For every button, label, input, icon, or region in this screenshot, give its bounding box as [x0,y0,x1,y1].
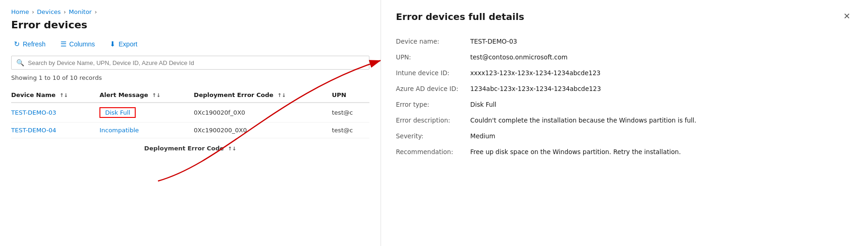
search-icon: 🔍 [16,59,24,66]
table-row: TEST-DEMO-03 Disk Full 0Xc190020f_0X0 te… [11,103,369,123]
breadcrumb-sep-3: › [94,8,97,15]
cell-error-code-2: 0Xc1900200_0X0 [194,123,332,138]
col-deployment-error-code[interactable]: Deployment Error Code ↑↓ [194,88,332,103]
refresh-icon: ↻ [14,40,20,48]
detail-label-upn: UPN: [396,49,470,65]
export-label: Export [118,40,137,48]
close-button[interactable]: ✕ [841,11,853,21]
detail-label-error-type: Error type: [396,97,470,112]
detail-label-intune-id: Intune device ID: [396,65,470,81]
detail-value-azure-id: 1234abc-123x-123x-1234-1234abcde123 [470,81,853,97]
cell-device-name-2: TEST-DEMO-04 [11,123,99,138]
columns-label: Columns [69,40,95,48]
cell-alert-1: Disk Full [99,103,194,123]
table-row: TEST-DEMO-04 Incompatible 0Xc1900200_0X0… [11,123,369,138]
data-table: Device Name ↑↓ Alert Message ↑↓ Deployme… [11,88,369,138]
alert-disk-full[interactable]: Disk Full [99,107,136,118]
page-title: Error devices [11,19,369,31]
breadcrumb-sep-1: › [32,8,34,15]
refresh-button[interactable]: ↻ Refresh [11,38,48,50]
columns-button[interactable]: ☰ Columns [58,38,98,50]
sort-icon-deployment-error-code: ↑↓ [277,92,286,98]
detail-grid: Device name: TEST-DEMO-03 UPN: test@cont… [396,33,853,160]
search-bar: 🔍 [11,56,369,70]
breadcrumb-monitor[interactable]: Monitor [69,8,92,15]
breadcrumb-home[interactable]: Home [11,8,29,15]
alert-incompatible[interactable]: Incompatible [99,127,139,134]
footer-sort-icon: ↑↓ [228,146,236,152]
cell-upn-1: test@c [332,103,369,123]
columns-icon: ☰ [60,40,66,48]
cell-device-name-1: TEST-DEMO-03 [11,103,99,123]
col-alert-message[interactable]: Alert Message ↑↓ [99,88,194,103]
export-icon: ⬇ [110,40,116,48]
records-info: Showing 1 to 10 of 10 records [11,74,369,81]
breadcrumb: Home › Devices › Monitor › [11,8,369,15]
detail-value-recommendation: Free up disk space on the Windows partit… [470,144,853,160]
detail-value-intune-id: xxxx123-123x-123x-1234-1234abcde123 [470,65,853,81]
search-input[interactable] [28,59,364,66]
detail-label-severity: Severity: [396,128,470,144]
detail-value-device-name: TEST-DEMO-03 [470,33,853,49]
detail-label-error-desc: Error description: [396,112,470,128]
detail-label-azure-id: Azure AD device ID: [396,81,470,97]
sort-icon-alert-message: ↑↓ [152,92,160,98]
refresh-label: Refresh [23,40,46,48]
toolbar: ↻ Refresh ☰ Columns ⬇ Export [11,38,369,50]
footer-sort-label: Deployment Error Code [144,145,224,152]
detail-value-severity: Medium [470,128,853,144]
detail-value-error-desc: Couldn't complete the installation becau… [470,112,853,128]
detail-label-recommendation: Recommendation: [396,144,470,160]
detail-label-device-name: Device name: [396,33,470,49]
device-link-2[interactable]: TEST-DEMO-04 [11,127,56,134]
sort-icon-device-name: ↑↓ [59,92,68,98]
col-upn: UPN [332,88,369,103]
export-button[interactable]: ⬇ Export [107,38,140,50]
device-link-1[interactable]: TEST-DEMO-03 [11,109,56,116]
left-panel: Home › Devices › Monitor › Error devices… [0,0,381,246]
panel-title: Error devices full details [396,11,524,22]
footer-sort[interactable]: Deployment Error Code ↑↓ [11,138,369,152]
col-device-name[interactable]: Device Name ↑↓ [11,88,99,103]
cell-upn-2: test@c [332,123,369,138]
table-header-row: Device Name ↑↓ Alert Message ↑↓ Deployme… [11,88,369,103]
right-panel: Error devices full details ✕ Device name… [381,0,868,246]
cell-alert-2: Incompatible [99,123,194,138]
cell-error-code-1: 0Xc190020f_0X0 [194,103,332,123]
breadcrumb-devices[interactable]: Devices [37,8,61,15]
detail-value-upn: test@contoso.onmicrosoft.com [470,49,853,65]
detail-value-error-type: Disk Full [470,97,853,112]
panel-header: Error devices full details ✕ [396,11,853,22]
breadcrumb-sep-2: › [64,8,66,15]
